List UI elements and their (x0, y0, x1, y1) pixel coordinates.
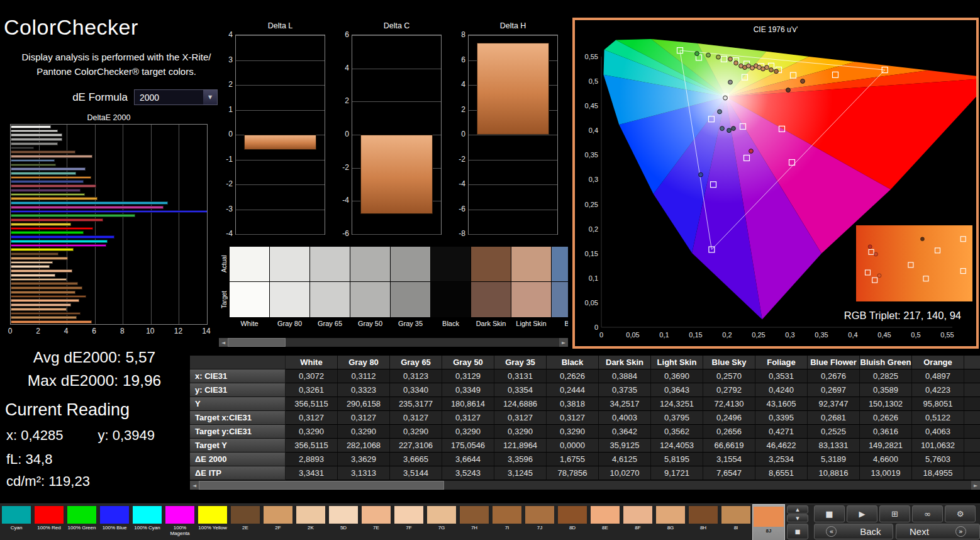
spin-down-button[interactable]: ▼ (787, 514, 808, 522)
table-cell: 13,0019 (860, 466, 912, 480)
deltae2000-plot-area (10, 124, 208, 325)
scrollbar-thumb[interactable] (199, 481, 444, 490)
toolbar-swatch-8i[interactable]: 8I (720, 504, 752, 540)
toolbar-swatch-7j[interactable]: 7J (523, 504, 556, 540)
table-cell: 0,3616 (860, 425, 912, 439)
table-cell: 0,4223 (912, 383, 964, 397)
toolbar-swatch-100-cyan[interactable]: 100% Cyan (131, 504, 164, 540)
y-axis-tick-label: 0,25 (585, 201, 598, 208)
scroll-right-icon[interactable]: ► (971, 481, 980, 490)
table-cell: 0,0000 (547, 439, 599, 453)
table-header-cell: Dark Skin (599, 356, 651, 369)
settings-button[interactable]: ⚙ (945, 505, 976, 522)
patch-column[interactable]: Gray 50 (350, 247, 390, 327)
toolbar-swatch-8f[interactable]: 8F (621, 504, 654, 540)
swatch-label: 100% Red (37, 525, 60, 531)
patch-column[interactable]: Light Skin (511, 247, 551, 327)
patch-column[interactable]: Black (431, 247, 471, 327)
inset-measurement-marker (877, 274, 881, 278)
continuous-measure-button[interactable]: ∞ (912, 505, 943, 522)
patch-strip-scrollbar[interactable]: ◄ ► (219, 338, 568, 347)
scrollbar-track[interactable] (199, 481, 971, 490)
swatch-color (165, 506, 194, 524)
toolbar-swatch-7f[interactable]: 7F (393, 504, 425, 540)
patch-column[interactable]: Dark Skin (471, 247, 511, 327)
table-cell: 14, (964, 466, 980, 480)
swatch-label: 7F (406, 525, 411, 531)
table-cell: 124,6886 (494, 397, 547, 411)
scroll-left-icon[interactable]: ◄ (190, 481, 199, 490)
table-header-cell: Blue Flower (808, 356, 860, 369)
page-title: ColorChecker (4, 15, 138, 40)
patch-label: Gray 50 (350, 320, 390, 327)
axis-tick-label: 1 (221, 105, 233, 114)
scrollbar-track[interactable] (228, 338, 559, 347)
de-bar (11, 316, 77, 319)
measurement-marker (720, 127, 725, 131)
toolbar-swatch-100-magenta[interactable]: 100% Magenta (164, 504, 196, 540)
axis-tick-label: 0 (221, 130, 233, 138)
reading-y: y: 0,3949 (98, 427, 155, 444)
toolbar-swatch-100-yellow[interactable]: 100% Yellow (196, 504, 229, 540)
toolbar-swatch-100-green[interactable]: 100% Green (65, 504, 98, 540)
toolbar-swatch-7i[interactable]: 7I (491, 504, 523, 540)
toolbar-swatch-100-blue[interactable]: 100% Blue (98, 504, 131, 540)
back-button[interactable]: « Back (814, 524, 893, 539)
next-label: Next (910, 526, 929, 537)
measurement-marker (728, 80, 733, 84)
table-cell: 0,2 (964, 411, 980, 425)
toolbar-swatch-100-red[interactable]: 100% Red (33, 504, 65, 540)
patch-column[interactable]: White (230, 247, 269, 327)
delta-h-chart: Delta H86420-2-4-6-8 (454, 21, 560, 249)
toolbar-swatch-8j[interactable]: 8J (752, 504, 785, 540)
table-row: Target y:CIE310,32900,32900,32900,32900,… (190, 425, 980, 439)
de-bar (11, 274, 55, 277)
toolbar-swatch-2e[interactable]: 2E (229, 504, 262, 540)
table-scrollbar[interactable]: ◄ ► (190, 481, 980, 490)
axis-tick-label: -2 (338, 163, 349, 172)
toolbar-swatch-8e[interactable]: 8E (589, 504, 621, 540)
table-cell: 8,6551 (755, 466, 808, 480)
patch-actual-swatch (431, 247, 471, 281)
de-bar (11, 214, 135, 217)
table-cell: 43,1605 (755, 397, 808, 411)
table-cell: 3,6665 (390, 453, 442, 466)
table-cell: 72,4130 (703, 397, 755, 411)
toolbar-swatch-7e[interactable]: 7E (360, 504, 393, 540)
swatch-label: 2K (308, 525, 314, 531)
capture-button[interactable]: ⊞ (879, 505, 910, 522)
toolbar-swatch-8g[interactable]: 8G (654, 504, 687, 540)
stop-button[interactable]: ■ (814, 505, 845, 522)
swatch-color (623, 506, 652, 524)
scroll-left-icon[interactable]: ◄ (219, 338, 228, 347)
toolbar-swatch-8h[interactable]: 8H (687, 504, 720, 540)
de-bar (11, 291, 75, 294)
table-cell: 4,6125 (599, 453, 651, 466)
toolbar-swatch-7h[interactable]: 7H (458, 504, 491, 540)
patch-column[interactable]: Gray 65 (310, 247, 350, 327)
spin-up-button[interactable]: ▲ (787, 505, 808, 514)
toolbar-swatch-cyan[interactable]: Cyan (0, 504, 33, 540)
patch-column[interactable]: Blue (552, 247, 568, 327)
toolbar-swatch-7g[interactable]: 7G (425, 504, 458, 540)
patch-column[interactable]: Gray 80 (270, 247, 309, 327)
display-mode-button[interactable]: ◼ (787, 524, 808, 539)
reading-x: x: 0,4285 (6, 427, 64, 444)
gridline (151, 125, 152, 324)
scrollbar-thumb[interactable] (228, 338, 286, 347)
next-button[interactable]: Next » (896, 524, 980, 539)
table-row: x: CIE310,30720,31120,31230,31290,31310,… (190, 369, 980, 383)
patch-column[interactable]: Gray 35 (391, 247, 430, 327)
toolbar-swatch-5d[interactable]: 5D (327, 504, 360, 540)
toolbar-swatch-2f[interactable]: 2F (262, 504, 294, 540)
table-cell: 0,3690 (651, 369, 703, 383)
toolbar-swatch-2k[interactable]: 2K (294, 504, 327, 540)
table-cell: 5,2 (964, 453, 980, 466)
scroll-right-icon[interactable]: ► (559, 338, 568, 347)
table-cell: 0,3589 (860, 383, 912, 397)
toolbar-swatch-8d[interactable]: 8D (556, 504, 589, 540)
play-button[interactable]: ▶ (847, 505, 877, 522)
de-formula-select[interactable]: 2000 ▼ (134, 89, 218, 105)
table-row-label: Target Y (190, 439, 286, 453)
table-cell: 3,2534 (755, 453, 808, 466)
